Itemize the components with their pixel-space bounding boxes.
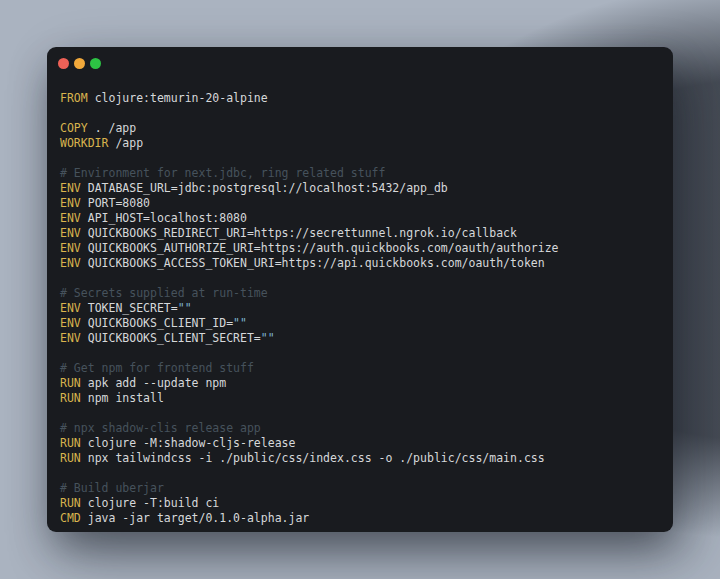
- code-line: ENV TOKEN_SECRET="": [60, 301, 665, 316]
- keyword-token: RUN: [60, 436, 81, 450]
- text-token: npm install: [81, 391, 164, 405]
- keyword-token: ENV: [60, 241, 81, 255]
- code-line: ENV QUICKBOOKS_AUTHORIZE_URI=https://aut…: [60, 241, 665, 256]
- code-line: [60, 346, 665, 361]
- text-token: apk add --update npm: [81, 376, 226, 390]
- string-token: "": [178, 301, 192, 315]
- keyword-token: RUN: [60, 376, 81, 390]
- maximize-button[interactable]: [90, 58, 101, 69]
- code-line: COPY . /app: [60, 121, 665, 136]
- text-token: npx tailwindcss -i ./public/css/index.cs…: [81, 451, 545, 465]
- text-token: . /app: [88, 121, 136, 135]
- comment-token: # Secrets supplied at run-time: [60, 286, 268, 300]
- code-line: # Build uberjar: [60, 481, 665, 496]
- text-token: clojure -T:build ci: [81, 496, 219, 510]
- code-line: # Secrets supplied at run-time: [60, 286, 665, 301]
- keyword-token: ENV: [60, 301, 81, 315]
- text-token: DATABASE_URL=jdbc:postgresql://localhost…: [81, 181, 448, 195]
- code-line: RUN npm install: [60, 391, 665, 406]
- code-line: [60, 106, 665, 121]
- code-line: # npx shadow-clis release app: [60, 421, 665, 436]
- text-token: java -jar target/0.1.0-alpha.jar: [81, 511, 309, 525]
- text-token: QUICKBOOKS_AUTHORIZE_URI=https://auth.qu…: [81, 241, 559, 255]
- comment-token: # Build uberjar: [60, 481, 164, 495]
- code-line: [60, 466, 665, 481]
- code-line: [60, 406, 665, 421]
- code-line: [60, 151, 665, 166]
- keyword-token: ENV: [60, 181, 81, 195]
- close-button[interactable]: [58, 58, 69, 69]
- code-line: CMD java -jar target/0.1.0-alpha.jar: [60, 511, 665, 526]
- dockerfile-code: FROM clojure:temurin-20-alpine COPY . /a…: [47, 77, 673, 526]
- keyword-token: WORKDIR: [60, 136, 108, 150]
- text-token: QUICKBOOKS_CLIENT_SECRET=: [81, 331, 261, 345]
- code-line: WORKDIR /app: [60, 136, 665, 151]
- text-token: TOKEN_SECRET=: [81, 301, 178, 315]
- string-token: "": [233, 316, 247, 330]
- code-line: ENV PORT=8080: [60, 196, 665, 211]
- code-line: ENV QUICKBOOKS_CLIENT_SECRET="": [60, 331, 665, 346]
- text-token: /app: [108, 136, 143, 150]
- code-line: ENV DATABASE_URL=jdbc:postgresql://local…: [60, 181, 665, 196]
- keyword-token: ENV: [60, 256, 81, 270]
- keyword-token: FROM: [60, 91, 88, 105]
- code-line: [60, 271, 665, 286]
- code-line: RUN clojure -M:shadow-cljs-release: [60, 436, 665, 451]
- code-line: ENV QUICKBOOKS_CLIENT_ID="": [60, 316, 665, 331]
- code-line: RUN clojure -T:build ci: [60, 496, 665, 511]
- text-token: clojure -M:shadow-cljs-release: [81, 436, 296, 450]
- code-line: FROM clojure:temurin-20-alpine: [60, 91, 665, 106]
- text-token: QUICKBOOKS_REDIRECT_URI=https://secrettu…: [81, 226, 517, 240]
- keyword-token: ENV: [60, 226, 81, 240]
- code-line: RUN apk add --update npm: [60, 376, 665, 391]
- text-token: API_HOST=localhost:8080: [81, 211, 247, 225]
- keyword-token: ENV: [60, 196, 81, 210]
- text-token: PORT=8080: [81, 196, 150, 210]
- keyword-token: RUN: [60, 391, 81, 405]
- string-token: "": [261, 331, 275, 345]
- text-token: QUICKBOOKS_CLIENT_ID=: [81, 316, 233, 330]
- comment-token: # npx shadow-clis release app: [60, 421, 261, 435]
- code-line: ENV QUICKBOOKS_ACCESS_TOKEN_URI=https://…: [60, 256, 665, 271]
- keyword-token: ENV: [60, 316, 81, 330]
- code-line: RUN npx tailwindcss -i ./public/css/inde…: [60, 451, 665, 466]
- code-line: ENV API_HOST=localhost:8080: [60, 211, 665, 226]
- window-titlebar: [47, 47, 673, 77]
- keyword-token: RUN: [60, 496, 81, 510]
- text-token: clojure:temurin-20-alpine: [88, 91, 268, 105]
- keyword-token: RUN: [60, 451, 81, 465]
- comment-token: # Get npm for frontend stuff: [60, 361, 254, 375]
- comment-token: # Environment for next.jdbc, ring relate…: [60, 166, 385, 180]
- code-line: ENV QUICKBOOKS_REDIRECT_URI=https://secr…: [60, 226, 665, 241]
- code-line: # Environment for next.jdbc, ring relate…: [60, 166, 665, 181]
- text-token: QUICKBOOKS_ACCESS_TOKEN_URI=https://api.…: [81, 256, 545, 270]
- keyword-token: COPY: [60, 121, 88, 135]
- terminal-window: FROM clojure:temurin-20-alpine COPY . /a…: [47, 47, 673, 532]
- code-line: # Get npm for frontend stuff: [60, 361, 665, 376]
- minimize-button[interactable]: [74, 58, 85, 69]
- keyword-token: CMD: [60, 511, 81, 525]
- keyword-token: ENV: [60, 211, 81, 225]
- keyword-token: ENV: [60, 331, 81, 345]
